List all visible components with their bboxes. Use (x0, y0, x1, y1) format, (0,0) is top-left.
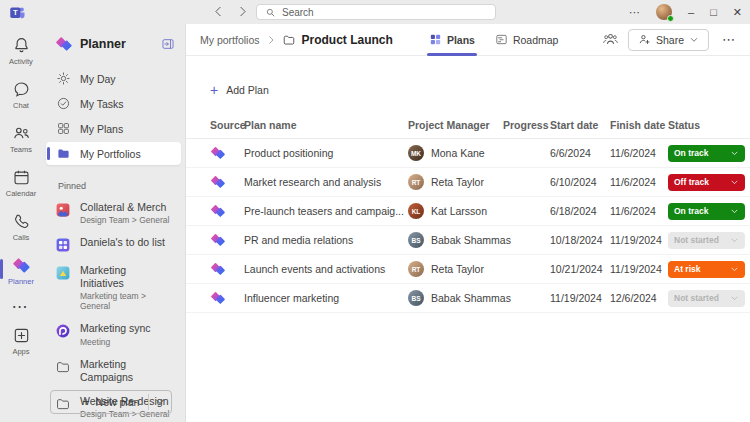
bell-icon (12, 36, 31, 55)
plan-name-link[interactable]: Launch events and activations (244, 263, 408, 275)
table-row[interactable]: Market research and analysisRTReta Taylo… (186, 168, 750, 197)
finish-date-cell: 11/6/2024 (610, 147, 668, 159)
column-header-finish-date[interactable]: Finish date (610, 119, 668, 131)
minimize-button[interactable]: – (688, 7, 694, 18)
tab-plans[interactable]: Plans (419, 24, 485, 56)
sidebar-item-my-plans[interactable]: My Plans (46, 117, 181, 140)
sun-icon (56, 71, 71, 86)
status-dropdown[interactable]: Not started (668, 290, 745, 307)
column-header-source[interactable]: Source (210, 119, 244, 131)
new-plan-button[interactable]: + New plan (50, 390, 172, 414)
rail-item-teams[interactable]: Teams (0, 117, 42, 161)
roadmap-tab-icon (495, 33, 508, 46)
forward-button[interactable] (236, 5, 249, 18)
column-header-start-date[interactable]: Start date (550, 119, 610, 131)
folder-icon (282, 33, 296, 47)
members-icon[interactable] (602, 31, 619, 48)
plus-icon: + (210, 83, 218, 97)
breadcrumb: My portfolios Product Launch (200, 33, 393, 47)
table-row[interactable]: Pre-launch teasers and campaig...KLKat L… (186, 197, 750, 226)
column-header-progress[interactable]: Progress (503, 119, 550, 131)
status-dropdown[interactable]: Not started (668, 232, 745, 249)
main-content: My portfolios Product Launch PlansRoadma… (186, 24, 750, 422)
view-tabs: PlansRoadmap (419, 24, 569, 56)
status-dropdown[interactable]: On track (668, 145, 745, 162)
add-plan-button[interactable]: + Add Plan (210, 83, 269, 97)
pinned-section-label: Pinned (42, 165, 185, 198)
table-row[interactable]: Product positioningMKMona Kane6/6/202411… (186, 139, 750, 168)
table-row[interactable]: Influencer marketingBSBabak Shammas11/19… (186, 284, 750, 313)
new-plan-label: New plan (96, 396, 140, 408)
presence-available-icon (667, 15, 674, 22)
app-rail: ActivityChatTeamsCalendarCallsPlanner⋯Ap… (0, 24, 42, 422)
status-dropdown[interactable]: At risk (668, 261, 745, 278)
rail-item-apps[interactable]: Apps (0, 319, 42, 363)
header-more-button[interactable]: ⋯ (718, 32, 740, 47)
chevron-down-icon[interactable] (154, 396, 166, 408)
teams-logo-icon[interactable]: T (9, 4, 26, 21)
pinned-item[interactable]: Marketing Campaigns (46, 355, 181, 387)
history-nav (212, 5, 249, 18)
pinned-item[interactable]: Marketing InitiativesMarketing team > Ge… (46, 261, 181, 314)
calendar-icon (12, 168, 31, 187)
chevron-down-icon (730, 178, 739, 187)
titlebar-more-button[interactable]: ⋯ (629, 7, 640, 18)
plans-table: SourcePlan nameProject ManagerProgressSt… (186, 112, 750, 313)
avatar: RT (408, 174, 424, 190)
planner-logo-icon (210, 261, 226, 277)
rail-item-calls[interactable]: Calls (0, 205, 42, 249)
pinned-item[interactable]: Marketing syncMeeting (46, 319, 181, 349)
project-manager-cell: BSBabak Shammas (408, 290, 503, 306)
table-row[interactable]: Launch events and activationsRTReta Tayl… (186, 255, 750, 284)
todo-icon (55, 237, 71, 253)
plan-name-link[interactable]: Pre-launch teasers and campaig... (244, 205, 408, 217)
sidebar-item-my-tasks[interactable]: My Tasks (46, 92, 181, 115)
breadcrumb-my-portfolios[interactable]: My portfolios (200, 34, 260, 46)
close-button[interactable]: ✕ (733, 7, 742, 18)
rail-item-calendar[interactable]: Calendar (0, 161, 42, 205)
plans-view: + Add Plan SourcePlan nameProject Manage… (186, 56, 750, 422)
project-manager-cell: BSBabak Shammas (408, 232, 503, 248)
search-icon (265, 7, 276, 18)
column-header-project-manager[interactable]: Project Manager (408, 119, 503, 131)
person-add-icon (638, 33, 651, 46)
maximize-button[interactable]: □ (710, 7, 717, 18)
plans-tab-icon (429, 33, 442, 46)
search-placeholder: Search (282, 7, 314, 18)
plan-name-link[interactable]: Market research and analysis (244, 176, 408, 188)
sidebar-item-my-day[interactable]: My Day (46, 67, 181, 90)
column-header-plan-name[interactable]: Plan name (244, 119, 408, 131)
rail-item-more[interactable]: ⋯ (0, 293, 42, 319)
loop-icon (55, 323, 71, 339)
status-dropdown[interactable]: On track (668, 203, 745, 220)
titlebar: T Search ⋯ – □ ✕ (0, 0, 750, 24)
chevron-down-icon (730, 294, 739, 303)
rail-item-chat[interactable]: Chat (0, 73, 42, 117)
collapse-panel-icon[interactable] (161, 37, 175, 51)
tab-roadmap[interactable]: Roadmap (485, 24, 569, 56)
plan-name-link[interactable]: PR and media relations (244, 234, 408, 246)
pinned-item[interactable]: Collateral & MerchDesign Team > General (46, 198, 181, 228)
table-row[interactable]: PR and media relationsBSBabak Shammas10/… (186, 226, 750, 255)
chevron-down-icon (689, 35, 699, 45)
rail-item-activity[interactable]: Activity (0, 29, 42, 73)
back-button[interactable] (212, 5, 225, 18)
status-dropdown[interactable]: Off track (668, 174, 745, 191)
column-header-status[interactable]: Status (668, 119, 745, 131)
task-check-icon (56, 96, 71, 111)
planner-logo-icon (55, 35, 73, 53)
plan-name-link[interactable]: Product positioning (244, 147, 408, 159)
project-manager-cell: RTReta Taylor (408, 261, 503, 277)
rail-item-planner[interactable]: Planner (0, 249, 42, 293)
pinned-item[interactable]: Daniela's to do list (46, 233, 181, 256)
folder-outline-icon (55, 359, 71, 375)
table-body: Product positioningMKMona Kane6/6/202411… (186, 139, 750, 313)
plan-name-link[interactable]: Influencer marketing (244, 292, 408, 304)
share-button[interactable]: Share (628, 29, 709, 51)
finish-date-cell: 11/19/2024 (610, 263, 668, 275)
app-title: Planner (80, 37, 154, 51)
apps-icon (12, 326, 31, 345)
sidebar-item-my-portfolios[interactable]: My Portfolios (46, 142, 181, 165)
search-input[interactable]: Search (256, 4, 496, 20)
user-avatar[interactable] (656, 4, 672, 20)
